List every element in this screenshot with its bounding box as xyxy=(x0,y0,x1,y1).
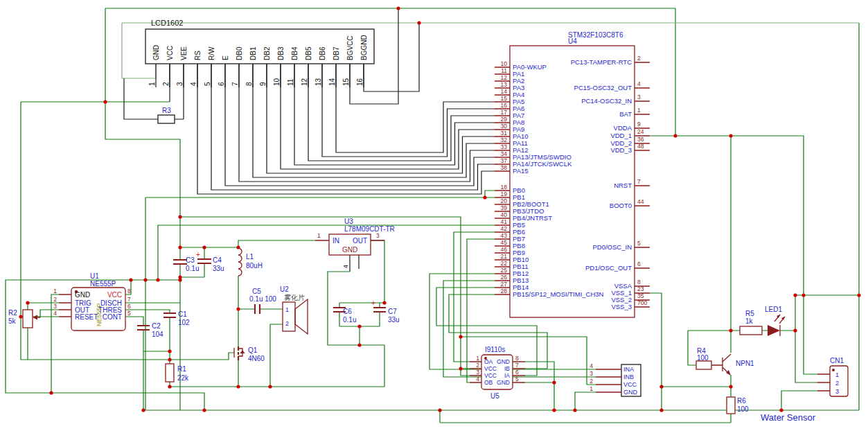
junction-dot xyxy=(143,278,147,281)
timer-vertical-label: NE555P xyxy=(96,303,103,326)
lcd-pin-name: DB0 xyxy=(236,46,243,60)
component-atomizer[interactable]: U2 雾化片 1 2 xyxy=(280,285,308,334)
component-r2[interactable]: R2 5k xyxy=(8,309,40,328)
junction-dot xyxy=(417,21,420,24)
mcu-pin-number: 36 xyxy=(637,136,644,143)
mcu-pin-number: 28 xyxy=(501,288,508,294)
mcu-pin-number: 16 xyxy=(501,102,508,109)
component-r4[interactable]: R4 100 xyxy=(696,347,711,369)
timer-pin-name: VCC xyxy=(107,291,122,299)
lcd-pin-number: 12 xyxy=(301,78,308,86)
wire xyxy=(294,64,495,165)
mcu-pin-number: 10 xyxy=(501,60,508,67)
lcd-pin-name: DB6 xyxy=(319,46,326,60)
junction-dot xyxy=(459,367,462,370)
component-sensor-connector[interactable]: 4 3 2 1 INA INB VCC GND xyxy=(590,362,641,396)
mcu-pin-name: BOOT0 xyxy=(610,202,632,209)
mcu-pin-number: 29 xyxy=(501,116,508,123)
component-driver[interactable]: I9110s 1 2 3 4 8 7 6 5 OA VCC VCC OB GND… xyxy=(470,346,525,400)
lcd-pin-number: 4 xyxy=(190,82,197,86)
mcu-pin-number: 5 xyxy=(637,240,641,247)
schematic-canvas: LCD1602 GND VCC VEE RS R/W E DB0 DB1 DB2… xyxy=(0,0,868,440)
capacitor-value: 0.1u 100 xyxy=(249,295,276,303)
water-sensor-label: Water Sensor xyxy=(761,412,816,423)
connector-pin-number: 1 xyxy=(590,385,593,392)
capacitor-plates xyxy=(373,308,386,312)
wire xyxy=(125,317,143,326)
junction-dot xyxy=(793,328,797,332)
driver-pin-number: 2 xyxy=(476,362,479,369)
component-c6[interactable]: C6 0.1u xyxy=(333,308,356,324)
driver-pin-name: OA xyxy=(484,358,493,365)
junction-dot xyxy=(129,278,132,281)
regulator-pin-name: GND xyxy=(342,246,357,254)
lcd-pin-number: 1 xyxy=(148,82,156,86)
component-c1[interactable]: C1 102 xyxy=(163,310,190,326)
junction-dot xyxy=(729,328,732,332)
component-cn1[interactable]: CN1 1 2 3 xyxy=(817,357,848,396)
capacitor-ref: C4 xyxy=(213,256,222,264)
junction-dot xyxy=(552,380,556,384)
junction-dot xyxy=(357,343,361,346)
junction-dot xyxy=(801,293,805,297)
component-q1[interactable]: Q1 4N60 xyxy=(234,346,265,362)
pin1-marker xyxy=(832,369,835,371)
resistor-body xyxy=(727,397,735,414)
component-c4[interactable]: + C4 33u xyxy=(196,251,224,272)
component-c3[interactable]: C3 0.1u xyxy=(173,256,199,272)
component-ne555[interactable]: U1 NE555P 1 2 3 4 8 7 6 5 GND TRIG OUT R… xyxy=(53,272,131,331)
transistor-ref: NPN1 xyxy=(736,360,754,367)
lcd-pin-number: 14 xyxy=(328,78,336,86)
resistor-value: 1k xyxy=(745,317,754,325)
regulator-ref: U3 xyxy=(344,218,353,225)
atomizer-pin: 2 xyxy=(285,320,289,327)
mcu-pin-number: 12 xyxy=(501,74,508,81)
junction-dot xyxy=(552,408,556,412)
component-l1[interactable]: L1 80uH xyxy=(238,248,263,276)
component-r3[interactable]: R3 xyxy=(158,107,175,123)
mcu-pin-number: 24 xyxy=(637,128,644,135)
timer-pin-stubs xyxy=(59,294,71,317)
wire xyxy=(650,136,817,374)
connector-pin-name: INB xyxy=(623,373,634,380)
component-c5[interactable]: C5 0.1u 100 xyxy=(249,288,276,314)
component-r5[interactable]: R5 1k xyxy=(740,310,762,335)
lcd-pin-number: 6 xyxy=(218,82,225,86)
component-stm32[interactable]: STM32F103C8T6 U4 10 11 12 13 14 15 16 17… xyxy=(495,31,650,317)
mcu-pin-name: PC14-OSC32_IN xyxy=(581,97,632,105)
component-r6[interactable]: R6 100 xyxy=(727,397,749,414)
mcu-pin-name: PD1/OSC_OUT xyxy=(585,264,632,272)
wire xyxy=(454,232,495,362)
mcu-pin-number: 25 xyxy=(501,267,508,274)
junction-dot xyxy=(659,385,663,388)
component-npn1[interactable]: NPN1 xyxy=(711,354,754,376)
resistor-ref: R3 xyxy=(162,107,171,114)
junction-dot xyxy=(178,215,181,218)
led-ref: LED1 xyxy=(765,306,782,313)
component-lcd1602[interactable]: LCD1602 GND VCC VEE RS R/W E DB0 DB1 DB2… xyxy=(145,19,374,87)
component-c2[interactable]: C2 104 xyxy=(137,322,163,338)
regulator-pin-name: OUT xyxy=(353,237,367,245)
capacitor-value: 0.1u xyxy=(186,265,199,272)
mosfet-ref: Q1 xyxy=(248,346,258,354)
capacitor-plates xyxy=(163,313,176,317)
mcu-pin-name: PA15 xyxy=(513,167,529,175)
junction-dot xyxy=(156,278,159,281)
wiper-arrow xyxy=(33,315,37,320)
component-r1[interactable]: R1 22k xyxy=(166,364,189,382)
mcu-pin-number: 19 xyxy=(501,191,508,197)
lcd-pin-number: 9 xyxy=(259,82,267,86)
resistor-body xyxy=(158,115,175,123)
mosfet-diode-arrow xyxy=(240,350,245,353)
transistor-base xyxy=(711,358,723,371)
component-led1[interactable]: LED1 xyxy=(765,306,785,336)
mcu-ref: U4 xyxy=(568,37,577,45)
transistor-legs xyxy=(723,354,731,374)
resistor-ref: R1 xyxy=(177,365,186,373)
junction-dot xyxy=(236,385,240,388)
regulator-pin-number: 4 xyxy=(342,265,349,268)
wire xyxy=(122,23,156,78)
mcu-pin-number: 26 xyxy=(501,274,508,281)
lcd-pin-name: DB3 xyxy=(277,46,285,60)
capacitor-value: 104 xyxy=(152,331,163,338)
